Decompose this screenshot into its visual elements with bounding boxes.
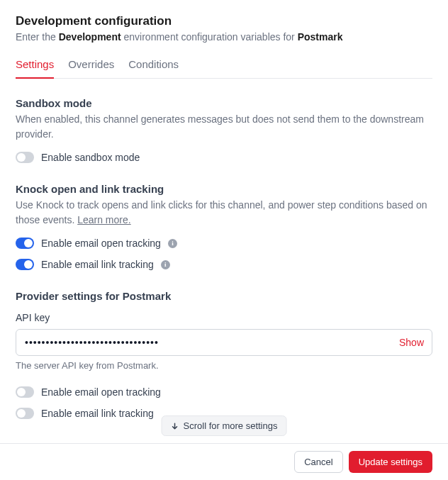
tracking-title: Knock open and link tracking — [16, 183, 432, 195]
knock-link-tracking-toggle[interactable] — [16, 259, 34, 270]
provider-section: Provider settings for Postmark API key S… — [16, 290, 432, 419]
learn-more-link[interactable]: Learn more. — [77, 214, 130, 225]
arrow-down-icon — [171, 422, 179, 430]
tab-conditions[interactable]: Conditions — [128, 58, 179, 79]
knock-open-tracking-label: Enable email open tracking — [41, 238, 161, 249]
info-icon[interactable]: i — [168, 239, 177, 248]
provider-open-tracking-toggle[interactable] — [16, 386, 34, 398]
subtitle-prefix: Enter the — [16, 31, 59, 43]
scroll-hint-pill[interactable]: Scroll for more settings — [162, 415, 287, 436]
sandbox-section: Sandbox mode When enabled, this channel … — [16, 97, 432, 163]
sandbox-desc: When enabled, this channel generates mes… — [16, 112, 432, 142]
tab-overrides[interactable]: Overrides — [68, 58, 114, 79]
update-settings-button[interactable]: Update settings — [349, 451, 432, 473]
footer: Cancel Update settings — [0, 443, 448, 480]
tab-settings[interactable]: Settings — [16, 58, 54, 79]
provider-link-tracking-toggle[interactable] — [16, 408, 34, 419]
subtitle-mid: environment configuration variables for — [121, 31, 298, 43]
subtitle-provider: Postmark — [298, 31, 343, 43]
api-key-label: API key — [16, 312, 432, 323]
tracking-desc: Use Knock to track opens and link clicks… — [16, 198, 432, 228]
sandbox-toggle[interactable] — [16, 152, 34, 163]
page-title: Development configuration — [16, 14, 432, 28]
provider-link-tracking-label: Enable email link tracking — [41, 408, 154, 419]
tabs: Settings Overrides Conditions — [16, 58, 432, 79]
page-subtitle: Enter the Development environment config… — [16, 31, 432, 43]
sandbox-toggle-label: Enable sandbox mode — [41, 152, 140, 163]
subtitle-env: Development — [59, 31, 121, 43]
tracking-section: Knock open and link tracking Use Knock t… — [16, 183, 432, 270]
api-key-help: The server API key from Postmark. — [16, 360, 432, 371]
api-key-input[interactable] — [16, 329, 432, 356]
knock-link-tracking-label: Enable email link tracking — [41, 259, 154, 270]
knock-open-tracking-toggle[interactable] — [16, 238, 34, 249]
cancel-button[interactable]: Cancel — [294, 451, 342, 473]
provider-open-tracking-label: Enable email open tracking — [41, 386, 161, 398]
scroll-hint-label: Scroll for more settings — [184, 420, 278, 431]
sandbox-title: Sandbox mode — [16, 97, 432, 109]
show-api-key-link[interactable]: Show — [399, 337, 424, 348]
provider-title: Provider settings for Postmark — [16, 290, 432, 302]
info-icon[interactable]: i — [161, 260, 170, 269]
